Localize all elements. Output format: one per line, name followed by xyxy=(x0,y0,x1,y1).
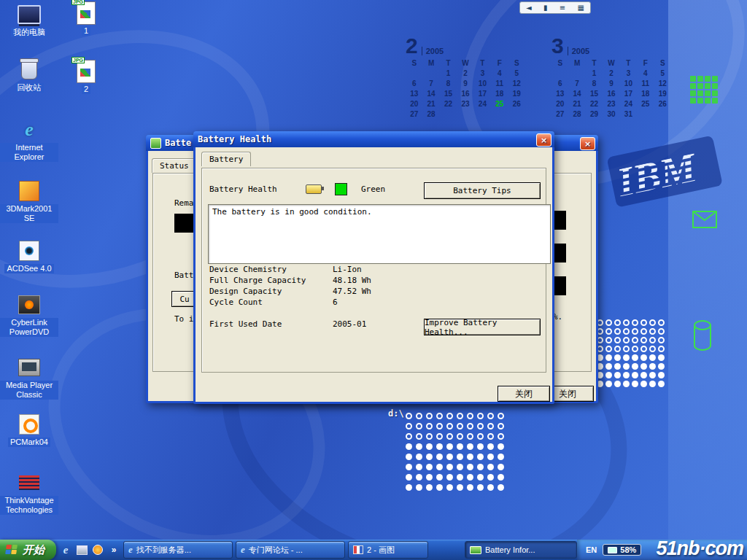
desktop-icon-label: PCMark04 xyxy=(8,438,50,447)
database-cylinder-icon xyxy=(692,319,713,353)
desktop-icon-thinkvantage[interactable]: ThinkVantage Technologies xyxy=(0,471,58,515)
desktop-icon-file-1[interactable]: JPG 1 xyxy=(57,1,115,36)
dots-pattern-center xyxy=(406,413,504,491)
tab-battery[interactable]: Battery xyxy=(201,152,251,166)
field-label: Design Capacity xyxy=(209,287,282,296)
paint-icon xyxy=(353,545,363,554)
start-button[interactable]: 开始 xyxy=(0,540,56,560)
task-label: 专门网论坛 - ... xyxy=(249,545,303,556)
taskbar-button-forum[interactable]: e 专门网论坛 - ... xyxy=(236,541,345,559)
quick-launch-overflow-icon[interactable]: » xyxy=(107,543,120,556)
desktop-icon-pcmark04[interactable]: PCMark04 xyxy=(0,413,58,447)
jpg-badge: JPG xyxy=(71,0,85,5)
health-status-text: Green xyxy=(361,184,385,194)
calendar-february: 2 2005 SMTWTFS12345678910111213141516171… xyxy=(406,36,525,119)
ie-icon: e xyxy=(128,544,133,556)
window-title: Battery Health xyxy=(198,134,271,144)
desktop-icon-media-player-classic[interactable]: Media Player Classic xyxy=(0,356,58,400)
task-label: Battery Infor... xyxy=(485,545,535,554)
quick-launch-media-player[interactable] xyxy=(91,543,104,556)
desktop-icon-label: 3DMark2001 SE xyxy=(0,204,58,223)
improve-battery-health-button[interactable]: Improve Battery Health... xyxy=(424,319,541,335)
desktop-icon-recycle-bin[interactable]: 回收站 xyxy=(0,58,58,93)
battery-health-window: Battery Health × Battery Battery Health … xyxy=(193,131,554,404)
window-title: Batte xyxy=(165,138,191,148)
desktop-icon-label: 2 xyxy=(82,85,90,94)
desktop-icon-3dmark2001[interactable]: 3DMark2001 SE xyxy=(0,179,58,223)
condition-textbox[interactable]: The battery is in good condition. xyxy=(208,204,551,264)
calendar-grid: SMTWTFS123456789101112131415161718192021… xyxy=(406,58,525,119)
desktop-icon-label: Media Player Classic xyxy=(0,381,58,400)
desktop-icon-acdsee[interactable]: ACDSee 4.0 xyxy=(0,239,58,273)
keypad-icon xyxy=(690,76,718,104)
battery-gauge-fragment xyxy=(553,244,566,262)
field-value: 48.18 Wh xyxy=(333,276,371,285)
battery-gauge-fragment xyxy=(174,214,193,233)
calendar-march: 3 2005 SMTWTFS12345678910111213141516171… xyxy=(551,36,671,119)
battery-tab-page: Battery Health Green Battery Tips The ba… xyxy=(201,168,546,373)
system-tray: EN 58% xyxy=(577,540,747,560)
display-icon[interactable]: ▮ xyxy=(543,4,548,12)
desktop-icon-label: ACDSee 4.0 xyxy=(4,264,53,273)
to-label: To i xyxy=(174,314,194,324)
desktop-icon-file-2[interactable]: JPG 2 xyxy=(57,60,115,94)
internet-explorer-icon: e xyxy=(16,118,42,141)
taskbar: 开始 e » e 找不到服务器... e 专门网论坛 - ... 2 - 画图 … xyxy=(0,540,747,560)
battery-health-body: Battery Battery Health Green Battery Tip… xyxy=(196,147,552,402)
task-label: 2 - 画图 xyxy=(367,545,395,556)
jpg-badge: JPG xyxy=(71,57,85,63)
desktop-icon-label: Internet Explorer xyxy=(0,143,58,162)
health-label: Battery Health xyxy=(209,184,277,194)
task-label: 找不到服务器... xyxy=(136,545,191,556)
ibm-logo-text: IBM xyxy=(613,144,703,205)
battery-health-titlebar[interactable]: Battery Health × xyxy=(193,131,554,147)
powerdvd-icon xyxy=(16,293,42,316)
windows-logo-icon xyxy=(5,545,19,555)
close-button[interactable]: × xyxy=(536,133,551,147)
battery-tips-button[interactable]: Battery Tips xyxy=(424,182,541,199)
battery-gauge-fragment xyxy=(553,211,566,230)
close-button[interactable]: × xyxy=(580,137,595,150)
envelope-icon xyxy=(692,210,718,229)
close-dialog-button[interactable]: 关闭 xyxy=(498,386,550,402)
tab-status[interactable]: Status xyxy=(152,158,197,173)
jpg-file-icon: JPG xyxy=(73,1,99,25)
start-label: 开始 xyxy=(23,543,44,557)
ibm-logo: IBM xyxy=(601,128,729,219)
calendar-year: 2005 xyxy=(568,47,589,55)
taskbar-button-battery-information[interactable]: Battery Infor... xyxy=(465,541,577,559)
desktop-icon-powerdvd[interactable]: CyberLink PowerDVD xyxy=(0,293,58,337)
acdsee-icon xyxy=(16,239,42,262)
field-label: Full Charge Capacity xyxy=(209,276,306,285)
battery-percent: 58% xyxy=(620,545,636,554)
desktop-icon-my-computer[interactable]: 我的电脑 xyxy=(0,3,58,37)
field-label: Device Chemistry xyxy=(209,265,287,274)
tray-battery-indicator[interactable]: 58% xyxy=(603,544,641,556)
month-numeral: 3 xyxy=(551,36,564,55)
calendar-year: 2005 xyxy=(422,47,444,55)
month-numeral: 2 xyxy=(406,36,418,55)
taskbar-button-paint[interactable]: 2 - 画图 xyxy=(348,541,428,559)
thinkvantage-icon xyxy=(16,471,42,494)
dots-pattern-right xyxy=(597,319,665,387)
3dmark-icon xyxy=(16,179,42,203)
health-status-swatch xyxy=(335,183,347,195)
language-indicator[interactable]: EN xyxy=(586,545,597,554)
quick-launch-ie[interactable]: e xyxy=(59,543,72,556)
quick-launch-show-desktop[interactable] xyxy=(75,543,88,556)
menu-icon[interactable]: ≡ xyxy=(560,4,565,12)
calendar-grid: SMTWTFS123456789101112131415161718192021… xyxy=(551,58,671,119)
field-label: Cycle Count xyxy=(209,298,263,307)
desktop-icon-label: 我的电脑 xyxy=(11,28,47,37)
speaker-icon[interactable]: ◄ xyxy=(526,4,532,12)
recycle-bin-icon xyxy=(16,58,42,82)
jpg-file-icon: JPG xyxy=(73,60,99,83)
pcmark04-icon xyxy=(16,413,42,436)
taskbar-button-server-not-found[interactable]: e 找不到服务器... xyxy=(123,541,233,559)
first-used-label: First Used Date xyxy=(209,319,282,329)
keypad-small-icon[interactable]: ▦ xyxy=(577,4,584,12)
battery-app-icon xyxy=(150,138,161,149)
desktop-icon-internet-explorer[interactable]: e Internet Explorer xyxy=(0,118,58,162)
desktop-icon-label: 回收站 xyxy=(15,83,44,93)
battery-gauge-fragment xyxy=(553,276,566,295)
